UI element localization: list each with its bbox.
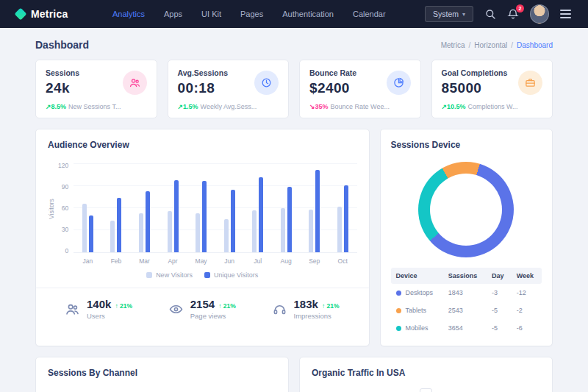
gridline xyxy=(74,163,356,164)
audience-overview-title: Audience Overview xyxy=(48,140,357,150)
summary-value: 183k↑ 21% xyxy=(294,298,340,310)
sessions-by-channel-title: Sessions By Channel xyxy=(48,368,276,378)
bar-unique-visitors xyxy=(174,180,179,252)
page-title: Dashboard xyxy=(35,39,89,51)
audience-summary: 140k↑ 21%Users2154↑ 21%Page views183k↑ 2… xyxy=(36,288,369,330)
breadcrumb-item-dashboard[interactable]: Dashboard xyxy=(517,41,553,49)
bell-icon[interactable]: 2 xyxy=(507,8,519,20)
users-icon xyxy=(65,302,79,316)
legend-label: New Visitors xyxy=(156,271,193,279)
eye-icon xyxy=(169,302,183,316)
map-zoom-in-button[interactable]: + xyxy=(420,388,432,392)
nav-item-ui-kit[interactable]: UI Kit xyxy=(192,0,231,28)
y-tick-label: 0 xyxy=(58,247,68,254)
y-tick-label: 30 xyxy=(58,226,68,233)
bar-group-aug xyxy=(272,165,301,252)
cell-week: -2 xyxy=(512,302,542,319)
table-row-tablets[interactable]: Tablets2543-5-2 xyxy=(391,302,542,319)
briefcase-icon xyxy=(518,71,542,95)
stat-card-avg-sessions: Avg.Sessions00:18↗1.5%Weekly Avg.Sess... xyxy=(168,60,290,118)
summary-delta: ↑ 21% xyxy=(115,302,132,310)
sessions-device-card: Sessions Device DeviceSassionsDayWeek De… xyxy=(380,129,553,346)
bar-group-jun xyxy=(215,165,244,252)
cell-sassions: 3654 xyxy=(443,319,487,337)
summary-label: Impressions xyxy=(294,312,340,320)
column-header-day: Day xyxy=(487,268,512,284)
nav-item-calendar[interactable]: Calendar xyxy=(343,0,395,28)
device-cell: Desktops xyxy=(391,284,443,302)
breadcrumb-item-metrica[interactable]: Metrica xyxy=(441,41,465,49)
nav-item-authentication[interactable]: Authentication xyxy=(273,0,343,28)
bar-unique-visitors xyxy=(315,170,320,252)
cell-week: -6 xyxy=(512,319,542,337)
main-row: Audience Overview Visitors 0306090120 Ja… xyxy=(35,129,553,346)
bottom-row: Sessions By Channel Organic SearchSocial… xyxy=(35,357,553,392)
summary-value: 140k↑ 21% xyxy=(87,298,132,310)
tablets-dot-icon xyxy=(396,308,401,313)
bar-new-visitors xyxy=(139,213,143,252)
device-cell: Mobiles xyxy=(391,319,443,337)
legend-item-unique-visitors: Unique Visitors xyxy=(204,271,258,279)
bar-group-apr xyxy=(159,165,187,252)
topbar: Metrica AnalyticsAppsUI KitPagesAuthenti… xyxy=(0,0,588,28)
breadcrumb-separator: / xyxy=(511,41,513,49)
breadcrumb-item-horizontal[interactable]: Horizontal xyxy=(474,41,507,49)
bar-unique-visitors xyxy=(259,177,263,252)
nav-item-apps[interactable]: Apps xyxy=(154,0,192,28)
brand[interactable]: Metrica xyxy=(16,8,103,20)
nav-item-analytics[interactable]: Analytics xyxy=(103,0,154,28)
table-row-mobiles[interactable]: Mobiles3654-5-6 xyxy=(391,319,542,337)
bar-new-visitors xyxy=(309,210,313,252)
summary-label: Users xyxy=(87,312,132,320)
page-header: Dashboard Metrica/Horizontal/Dashboard xyxy=(0,28,588,60)
x-tick-label: Feb xyxy=(102,257,131,265)
stat-card-value: $2400 xyxy=(309,80,356,96)
bar-group-jul xyxy=(243,165,272,252)
breadcrumb-separator: / xyxy=(468,41,470,49)
x-tick-label: Jul xyxy=(243,257,272,265)
audience-overview-card: Audience Overview Visitors 0306090120 Ja… xyxy=(35,129,370,346)
legend-swatch xyxy=(146,272,152,278)
search-icon[interactable] xyxy=(484,8,496,20)
brand-diamond-icon xyxy=(15,8,27,21)
stat-card-value: 00:18 xyxy=(178,80,228,96)
stat-card-value: 24k xyxy=(46,80,79,96)
table-row-desktops[interactable]: Desktops1843-3-12 xyxy=(391,284,542,302)
bar-new-visitors xyxy=(281,208,285,252)
stats-row: Sessions24k↗8.5%New Sessions T...Avg.Ses… xyxy=(35,60,553,118)
cell-day: -3 xyxy=(487,284,512,302)
stat-card-note: ↗8.5%New Sessions T... xyxy=(46,103,147,110)
stat-card-label: Bounce Rate xyxy=(309,68,356,77)
summary-impressions: 183k↑ 21%Impressions xyxy=(273,298,340,320)
cell-sassions: 2543 xyxy=(443,302,487,319)
bar-unique-visitors xyxy=(117,198,121,252)
device-table: DeviceSassionsDayWeek Desktops1843-3-12T… xyxy=(391,268,542,337)
column-header-device: Device xyxy=(391,268,443,284)
sessions-device-title: Sessions Device xyxy=(391,140,542,150)
bar-chart-plot xyxy=(74,165,356,253)
bar-group-mar xyxy=(130,165,159,252)
menu-icon[interactable] xyxy=(560,7,572,21)
chevron-down-icon: ▾ xyxy=(462,11,465,18)
nav-menu: AnalyticsAppsUI KitPagesAuthenticationCa… xyxy=(103,0,425,28)
cell-day: -5 xyxy=(487,302,512,319)
bar-new-visitors xyxy=(168,211,172,252)
headset-icon xyxy=(273,302,287,316)
system-dropdown-button[interactable]: System ▾ xyxy=(425,6,473,22)
cell-sassions: 1843 xyxy=(443,284,487,302)
avatar[interactable] xyxy=(530,4,549,24)
bar-chart-area: JanFebMarAprMayJunJulAugSepOct xyxy=(74,165,356,265)
bar-group-oct xyxy=(329,165,357,252)
bar-unique-visitors xyxy=(202,181,207,252)
x-tick-label: Sep xyxy=(300,257,329,265)
trend-up-icon: ↗8.5% xyxy=(46,103,66,110)
x-tick-label: Aug xyxy=(272,257,301,265)
clock-icon xyxy=(254,71,279,95)
organic-traffic-title: Organic Traffic In USA xyxy=(312,368,540,378)
nav-item-pages[interactable]: Pages xyxy=(231,0,273,28)
trend-up-icon: ↗10.5% xyxy=(442,103,466,110)
device-cell: Tablets xyxy=(391,302,443,319)
donut-chart xyxy=(418,162,514,257)
cell-day: -5 xyxy=(487,319,512,337)
bar-chart: Visitors 0306090120 JanFebMarAprMayJunJu… xyxy=(48,165,357,265)
